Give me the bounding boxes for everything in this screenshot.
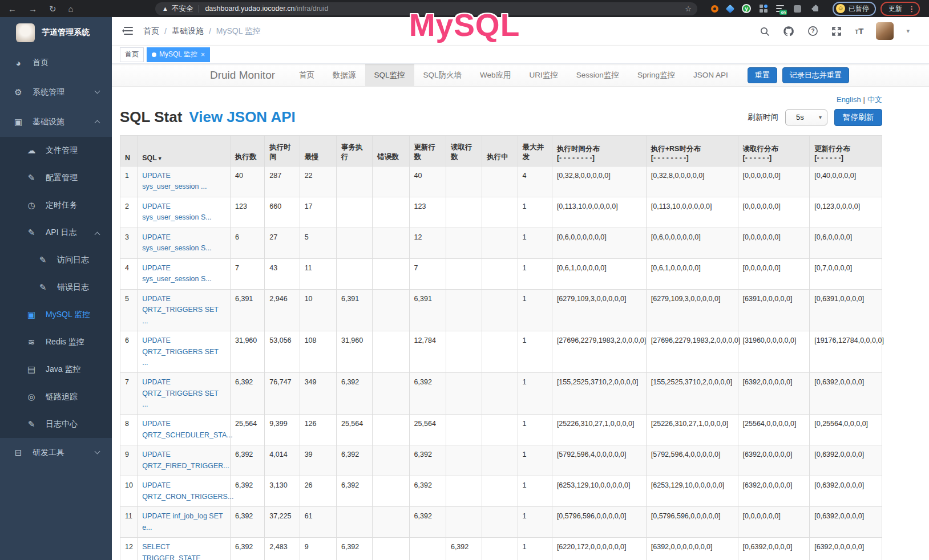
col-sql[interactable]: SQL▼ xyxy=(138,136,231,167)
col-tx-exec[interactable]: 事务执行 xyxy=(336,136,372,167)
bookmark-star-icon[interactable]: ☆ xyxy=(685,5,692,13)
adblock-extension-icon[interactable] xyxy=(711,5,718,13)
sidebar-item-scheduled-jobs[interactable]: ◷定时任务 xyxy=(0,192,112,219)
sql-link[interactable]: UPDATE QRTZ_FIRED_TRIGGER... xyxy=(142,451,229,469)
sql-link[interactable]: UPDATE QRTZ_TRIGGERS SET ... xyxy=(142,336,219,367)
tag-item[interactable]: 首页 xyxy=(120,47,144,62)
url-host[interactable]: dashboard.yudao.iocoder.cn xyxy=(205,5,294,13)
cell-slowest: 61 xyxy=(300,507,336,538)
col-fetch-rows[interactable]: 读取行数 xyxy=(446,136,482,167)
dtab-uri-monitor[interactable]: URI监控 xyxy=(520,64,567,87)
dtab-datasource[interactable]: 数据源 xyxy=(324,64,365,87)
col-error-count[interactable]: 错误数 xyxy=(373,136,409,167)
list-extension-icon[interactable]: on xyxy=(776,5,785,13)
view-json-api-link[interactable]: View JSON API xyxy=(189,108,295,126)
sql-link[interactable]: UPDATE QRTZ_SCHEDULER_STA... xyxy=(142,420,233,439)
sql-link[interactable]: UPDATE QRTZ_TRIGGERS SET ... xyxy=(142,378,219,408)
browser-profile-chip[interactable]: ☺ 已暂停 xyxy=(833,2,876,16)
refresh-interval-select[interactable]: 5s ▾ xyxy=(785,109,827,125)
sidebar-item-file-management[interactable]: ☁文件管理 xyxy=(0,137,112,164)
sidebar-item-config-management[interactable]: ✎配置管理 xyxy=(0,164,112,192)
sql-link[interactable]: UPDATE QRTZ_CRON_TRIGGERS... xyxy=(142,481,233,500)
druid-brand[interactable]: Druid Monitor xyxy=(210,69,275,82)
sidebar-item-error-logs[interactable]: ✎错误日志 xyxy=(0,274,112,301)
sidebar-item-api-logs[interactable]: ✎API 日志 xyxy=(0,219,112,246)
misc-extension-icon[interactable] xyxy=(794,5,801,13)
col-running[interactable]: 执行中 xyxy=(482,136,518,167)
column-label: 执行中 xyxy=(487,152,512,162)
col-fetch-row-dist[interactable]: 读取行分布[- - - - - -] xyxy=(738,136,810,167)
sidebar-item-system-management[interactable]: ⚙系统管理 xyxy=(0,78,112,107)
breadcrumb: 首页/基础设施/MySQL 监控 xyxy=(143,26,261,36)
breadcrumb-link[interactable]: 首页 xyxy=(143,26,159,36)
lang-english-link[interactable]: English xyxy=(837,95,861,104)
dtab-session-monitor[interactable]: Session监控 xyxy=(567,64,628,87)
cell-exec-rs-histogram: [27696,2279,1983,2,0,0,0,0] xyxy=(646,331,738,373)
sidebar-item-dev-tools[interactable]: ⊟研发工具 xyxy=(0,438,112,468)
apps-extension-icon[interactable] xyxy=(760,5,768,13)
sidebar-item-java-monitor[interactable]: ▤Java 监控 xyxy=(0,356,112,383)
lang-chinese-link[interactable]: 中文 xyxy=(867,95,882,104)
sql-link[interactable]: UPDATE sys_user_session S... xyxy=(142,264,212,283)
sidebar-toggle-icon[interactable] xyxy=(122,27,133,35)
dtab-json-api[interactable]: JSON API xyxy=(684,64,737,87)
sql-link[interactable]: UPDATE sys_user_session ... xyxy=(142,172,207,190)
security-label[interactable]: 不安全 xyxy=(172,4,193,14)
cell-n: 2 xyxy=(120,197,138,228)
font-size-icon[interactable] xyxy=(855,26,863,36)
sql-link[interactable]: UPDATE sys_user_session S... xyxy=(142,202,212,221)
reload-icon[interactable]: ↻ xyxy=(49,5,56,13)
col-exec-rs-dist[interactable]: 执行+RS时分布[- - - - - - - -] xyxy=(646,136,738,167)
dtab-spring-monitor[interactable]: Spring监控 xyxy=(628,64,684,87)
dtab-sql-monitor[interactable]: SQL监控 xyxy=(365,64,414,87)
gem-extension-icon[interactable] xyxy=(726,4,735,13)
y-extension-icon[interactable]: y xyxy=(742,4,751,13)
col-exec-count[interactable]: 执行数 xyxy=(231,136,265,167)
menu-dots-icon[interactable]: ⋮ xyxy=(908,5,915,13)
back-icon[interactable]: ← xyxy=(8,5,17,13)
reset-button[interactable]: 重置 xyxy=(748,67,777,83)
table-row: 7UPDATE QRTZ_TRIGGERS SET ...6,39276,747… xyxy=(120,373,882,415)
sidebar-logo-row[interactable]: 芋道管理系统 xyxy=(0,17,112,48)
close-icon[interactable]: × xyxy=(201,51,205,58)
sidebar-item-mysql-monitor[interactable]: ▣MySQL 监控 xyxy=(0,301,112,328)
user-avatar[interactable] xyxy=(876,22,894,40)
cell-exec-time: 43 xyxy=(265,259,300,290)
pause-refresh-button[interactable]: 暂停刷新 xyxy=(834,109,882,126)
sql-link[interactable]: UPDATE QRTZ_TRIGGERS SET ... xyxy=(142,295,219,325)
col-exec-time-dist[interactable]: 执行时间分布[- - - - - - - -] xyxy=(552,136,646,167)
puzzle-extensions-icon[interactable] xyxy=(810,3,821,14)
url-path[interactable]: /infra/druid xyxy=(294,5,328,13)
search-icon[interactable] xyxy=(759,26,770,37)
table-row: 9UPDATE QRTZ_FIRED_TRIGGER...6,3924,0143… xyxy=(120,445,882,476)
dtab-web-app[interactable]: Web应用 xyxy=(471,64,520,87)
col-update-rows[interactable]: 更新行数 xyxy=(409,136,446,167)
fullscreen-icon[interactable] xyxy=(831,26,842,37)
breadcrumb-link[interactable]: 基础设施 xyxy=(172,26,204,36)
col-exec-time[interactable]: 执行时间 xyxy=(265,136,300,167)
sql-link[interactable]: SELECT TRIGGER_STATE xyxy=(142,543,200,560)
col-max-concurrent[interactable]: 最大并发 xyxy=(518,136,552,167)
cell-exec-time-histogram: [27696,2279,1983,2,0,0,0,0] xyxy=(552,331,646,373)
dtab-sql-firewall[interactable]: SQL防火墙 xyxy=(414,64,471,87)
sidebar-item-access-logs[interactable]: ✎访问日志 xyxy=(0,246,112,274)
sidebar-item-trace[interactable]: ◎链路追踪 xyxy=(0,383,112,411)
caret-down-icon[interactable]: ▾ xyxy=(906,27,910,35)
help-icon[interactable]: ? xyxy=(807,26,818,37)
tag-active[interactable]: MySQL 监控× xyxy=(147,47,210,62)
forward-icon[interactable]: → xyxy=(29,5,37,13)
sidebar-item-infrastructure[interactable]: ▣基础设施 xyxy=(0,107,112,137)
dtab-home[interactable]: 首页 xyxy=(290,64,324,87)
github-icon[interactable] xyxy=(783,26,794,37)
sidebar-item-home[interactable]: ◕首页 xyxy=(0,48,112,78)
col-n[interactable]: N xyxy=(120,136,138,167)
col-slowest[interactable]: 最慢 xyxy=(300,136,336,167)
col-update-row-dist[interactable]: 更新行分布[- - - - - -] xyxy=(810,136,882,167)
sidebar-item-log-center[interactable]: ✎日志中心 xyxy=(0,411,112,438)
sql-link[interactable]: UPDATE sys_user_session S... xyxy=(142,233,212,252)
home-icon[interactable]: ⌂ xyxy=(68,5,74,13)
sidebar-item-redis-monitor[interactable]: ≋Redis 监控 xyxy=(0,328,112,356)
browser-update-chip[interactable]: 更新 ⋮ xyxy=(880,2,920,16)
log-and-reset-button[interactable]: 记录日志并重置 xyxy=(782,67,849,83)
sql-link[interactable]: UPDATE inf_job_log SET e... xyxy=(142,512,223,531)
